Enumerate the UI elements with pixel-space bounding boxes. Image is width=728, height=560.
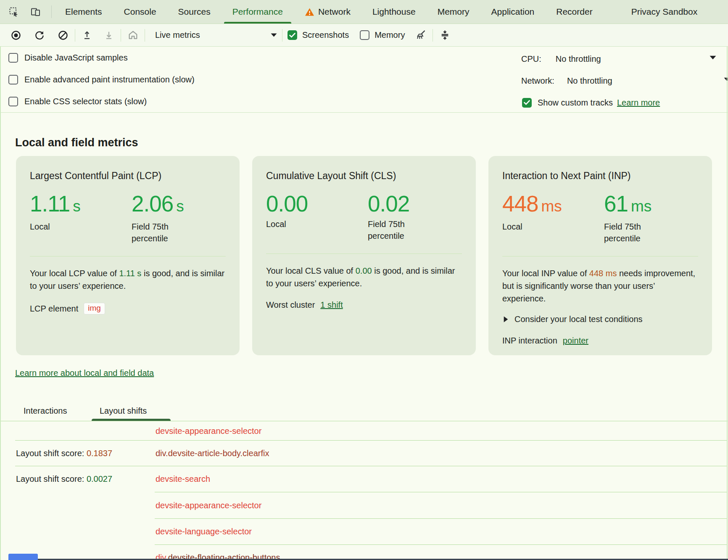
inp-local-value: 448ms xyxy=(502,192,604,219)
lcp-field-value: 2.06s xyxy=(132,192,199,219)
metric-card-inp: Interaction to Next Paint (INP) 448ms Lo… xyxy=(488,156,712,355)
tab-label: Recorder xyxy=(556,7,592,17)
local-label: Local xyxy=(30,221,97,232)
cpu-label: CPU: xyxy=(521,54,541,64)
toolbar-separator xyxy=(75,29,75,42)
tab-layout-shifts[interactable]: Layout shifts xyxy=(100,406,147,416)
layout-shift-row: Layout shift score: 0.1837 div.devsite-a… xyxy=(0,440,727,466)
toolbar-separator xyxy=(433,29,433,42)
page-title: Local and field metrics xyxy=(15,136,138,149)
shift-score: Layout shift score: 0.0027 xyxy=(16,474,112,484)
lcp-element-node-link[interactable]: img xyxy=(84,303,105,314)
network-throttling-select[interactable]: No throttling xyxy=(567,76,612,86)
tab-privacy-sandbox[interactable]: Privacy Sandbox xyxy=(620,0,709,24)
checkbox-checked-icon[interactable] xyxy=(522,98,532,108)
download-icon xyxy=(103,30,114,41)
device-toolbar-icon xyxy=(30,6,41,17)
toolbar-separator xyxy=(282,29,282,42)
checkbox-label: Enable CSS selector stats (slow) xyxy=(24,97,147,106)
css-selector-stats-checkbox[interactable]: Enable CSS selector stats (slow) xyxy=(8,90,195,112)
capture-settings-pane: Disable JavaScript samples Enable advanc… xyxy=(0,47,728,113)
tab-recorder[interactable]: Recorder xyxy=(545,0,603,24)
checkbox-label: Enable advanced paint instrumentation (s… xyxy=(24,75,195,85)
shift-score: Layout shift score: 0.1837 xyxy=(16,448,112,458)
device-toolbar-button[interactable] xyxy=(29,5,42,18)
disclosure-label: Consider your local test conditions xyxy=(514,314,643,324)
collapse-pane-button[interactable] xyxy=(438,29,451,42)
gc-button[interactable] xyxy=(414,29,427,42)
cls-description: Your local CLS value of 0.00 is good, an… xyxy=(266,264,462,290)
advanced-paint-checkbox[interactable]: Enable advanced paint instrumentation (s… xyxy=(8,69,195,90)
learn-more-local-field-link[interactable]: Learn more about local and field data xyxy=(15,368,154,378)
tab-elements[interactable]: Elements xyxy=(54,0,113,24)
metric-card-cls: Cumulative Layout Shift (CLS) 0.00 Local… xyxy=(252,156,476,355)
cls-field-value: 0.02 xyxy=(368,192,435,216)
tab-network[interactable]: Network xyxy=(294,0,361,24)
card-divider xyxy=(30,256,226,256)
tab-sources[interactable]: Sources xyxy=(167,0,222,24)
load-profile-button[interactable] xyxy=(80,29,94,42)
lcp-description: Your local LCP value of 1.11 s is good, … xyxy=(30,267,226,292)
home-button[interactable] xyxy=(126,29,140,42)
shift-element-link[interactable]: div.devsite-article-body.clearfix xyxy=(156,448,269,458)
inspect-element-button[interactable] xyxy=(8,5,20,18)
block-icon xyxy=(58,30,69,41)
performance-toolbar: Live metrics Screenshots Memory xyxy=(0,24,728,47)
upload-icon xyxy=(82,30,92,41)
tab-label: Application xyxy=(491,7,535,17)
record-and-reload-button[interactable] xyxy=(33,29,46,42)
cpu-throttling-select[interactable]: No throttling xyxy=(556,54,601,64)
memory-label: Memory xyxy=(375,30,405,40)
inp-field-value: 61ms xyxy=(604,192,671,219)
record-icon xyxy=(11,30,21,41)
local-test-conditions-disclosure[interactable]: Consider your local test conditions xyxy=(502,314,698,324)
network-label: Network: xyxy=(521,76,554,86)
show-custom-tracks-row: Show custom tracks Learn more xyxy=(522,96,660,109)
tab-label: Privacy Sandbox xyxy=(631,7,698,17)
tab-memory[interactable]: Memory xyxy=(427,0,480,24)
tab-interactions[interactable]: Interactions xyxy=(24,406,67,416)
tab-application[interactable]: Application xyxy=(480,0,546,24)
tab-label: Network xyxy=(318,7,351,17)
clipped-bottom-scrollbar-thumb[interactable] xyxy=(8,554,38,560)
field-label: Field 75th percentile xyxy=(604,221,671,244)
tab-lighthouse[interactable]: Lighthouse xyxy=(361,0,427,24)
checkbox-checked-icon xyxy=(288,30,297,40)
card-title: Cumulative Layout Shift (CLS) xyxy=(266,170,462,182)
triangle-right-icon xyxy=(504,316,508,322)
cls-local-value: 0.00 xyxy=(266,192,368,216)
save-profile-button[interactable] xyxy=(102,29,116,42)
warning-icon xyxy=(305,8,314,16)
view-mode-value: Live metrics xyxy=(155,30,200,40)
collapse-icon xyxy=(439,29,451,41)
field-label: Field 75th percentile xyxy=(368,218,435,242)
reload-icon xyxy=(34,30,45,41)
inp-interaction-label: INP interaction xyxy=(502,336,557,346)
record-button[interactable] xyxy=(9,29,23,42)
worst-cluster-link[interactable]: 1 shift xyxy=(320,300,343,310)
card-title: Interaction to Next Paint (INP) xyxy=(502,170,698,182)
card-divider xyxy=(266,254,462,254)
checkbox-unchecked-icon xyxy=(8,75,18,85)
custom-tracks-learn-more-link[interactable]: Learn more xyxy=(617,98,660,108)
shift-element-link[interactable]: devsite-appearance-selector xyxy=(156,500,261,510)
inp-description: Your local INP value of 448 ms needs imp… xyxy=(502,267,698,305)
inp-interaction-link[interactable]: pointer xyxy=(563,336,588,346)
tabbar-separator xyxy=(51,5,52,18)
shift-element-link[interactable]: devsite-appearance-selector xyxy=(156,426,261,436)
tab-console[interactable]: Console xyxy=(113,0,167,24)
shift-element-link[interactable]: devsite-search xyxy=(156,474,210,484)
disable-js-samples-checkbox[interactable]: Disable JavaScript samples xyxy=(8,47,195,69)
broom-icon xyxy=(415,29,427,41)
clear-button[interactable] xyxy=(56,29,70,42)
layout-shift-row: devsite-language-selector xyxy=(0,518,727,544)
view-mode-select[interactable]: Live metrics xyxy=(150,30,277,40)
memory-checkbox[interactable]: Memory xyxy=(360,30,405,40)
shift-element-link[interactable]: devsite-language-selector xyxy=(156,527,252,536)
tab-performance[interactable]: Performance xyxy=(222,0,294,24)
log-tabs: Interactions Layout shifts xyxy=(0,403,728,421)
layout-shift-row: devsite-appearance-selector xyxy=(0,421,727,440)
devtools-window: Elements Console Sources Performance Net… xyxy=(0,0,728,560)
screenshots-checkbox[interactable]: Screenshots xyxy=(288,30,349,40)
chevron-down-icon[interactable] xyxy=(710,55,716,60)
